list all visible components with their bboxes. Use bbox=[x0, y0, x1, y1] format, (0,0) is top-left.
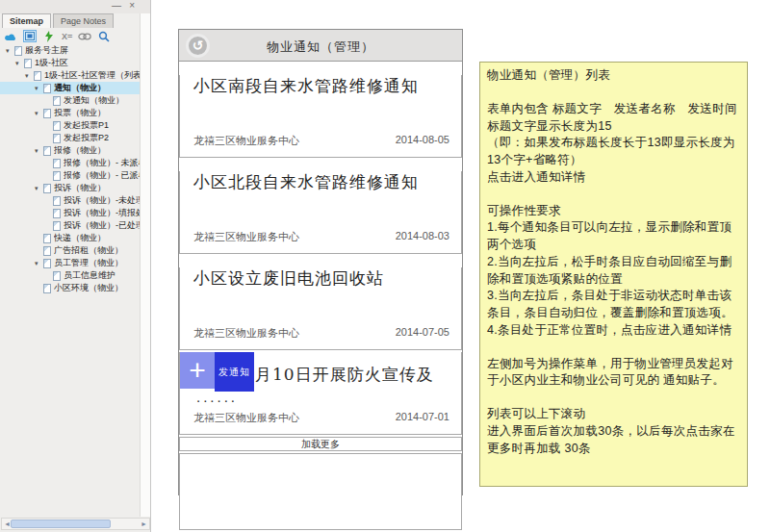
note-line: 进入界面后首次加载30条，以后每次点击家在更多时再加载 30条 bbox=[487, 423, 740, 458]
tree-item-label: 快递（物业） bbox=[54, 232, 106, 244]
tree-item[interactable]: 发通知（物业） bbox=[0, 94, 140, 107]
tree-item[interactable]: ▾员工管理（物业） bbox=[0, 257, 140, 269]
page-icon bbox=[53, 209, 61, 218]
tree-item-label: 投诉（物业） bbox=[54, 182, 106, 194]
tree-item-label: 服务号主屏 bbox=[25, 44, 68, 57]
tree-item-label: 发起投票P2 bbox=[64, 132, 109, 144]
tree-item[interactable]: 发起投票P2 bbox=[0, 132, 140, 144]
notice-date: 2014-08-03 bbox=[396, 230, 449, 244]
page-icon bbox=[34, 71, 41, 81]
tree-item-label: 1级-社区-社区管理（列表） bbox=[44, 69, 140, 82]
load-more-button[interactable]: 加载更多 bbox=[179, 437, 462, 451]
send-notice-button[interactable]: 发通知 bbox=[215, 352, 254, 392]
cloud-icon[interactable] bbox=[4, 30, 17, 42]
page-icon bbox=[53, 121, 61, 131]
panel-tabs: Sitemap Page Notes bbox=[2, 13, 114, 28]
tree-item[interactable]: 投诉（物业）-填报处理结果 bbox=[0, 207, 140, 219]
expand-arrow-icon[interactable]: ▾ bbox=[6, 44, 14, 57]
notice-sender: 龙禧三区物业服务中心 bbox=[193, 230, 299, 244]
empty-list-area bbox=[179, 453, 462, 530]
tab-page-notes[interactable]: Page Notes bbox=[53, 13, 114, 28]
add-notice-button[interactable]: + bbox=[180, 352, 215, 389]
page-icon bbox=[43, 109, 51, 118]
tree-item-label: 1级-社区 bbox=[35, 57, 68, 69]
notice-title: 小区北段自来水管路维修通知 bbox=[193, 171, 448, 193]
note-line: 标题文字显示长度为15 bbox=[487, 118, 740, 136]
page-icon bbox=[43, 246, 51, 256]
tree-item[interactable]: ▾服务号主屏 bbox=[0, 44, 140, 57]
tree-item[interactable]: ▾报修（物业） bbox=[0, 144, 140, 157]
expand-arrow-icon[interactable]: ▾ bbox=[35, 257, 43, 269]
sidebar-horizontal-scrollbar[interactable]: ◄ ► bbox=[1, 518, 150, 530]
sidebar-vertical-scrollbar[interactable] bbox=[140, 13, 150, 517]
tree-item-label: 员工管理（物业） bbox=[54, 257, 123, 269]
lightning-icon[interactable] bbox=[42, 30, 56, 42]
notice-item[interactable]: 小区南段自来水管路维修通知 龙禧三区物业服务中心 2014-08-05 bbox=[179, 75, 462, 158]
expand-arrow-icon[interactable]: ▾ bbox=[35, 182, 43, 194]
note-line: 点击进入通知详情 bbox=[487, 169, 740, 187]
panel-titlebar: — × bbox=[0, 0, 150, 13]
notice-list: 小区南段自来水管路维修通知 龙禧三区物业服务中心 2014-08-05 小区北段… bbox=[179, 62, 462, 494]
tree-item-label: 投票（物业） bbox=[54, 107, 106, 119]
notice-sender: 龙禧三区物业服务中心 bbox=[193, 411, 299, 425]
notice-title: 小区设立废旧电池回收站 bbox=[193, 267, 448, 290]
page-icon bbox=[43, 146, 51, 156]
tree-item[interactable]: 小区环境（物业） bbox=[0, 282, 140, 294]
tree-item-label: 通知（物业） bbox=[54, 82, 106, 94]
link-icon[interactable] bbox=[78, 30, 91, 42]
note-line: （即：如果发布标题长度长于13即显示长度为13个字+省略符） bbox=[487, 135, 740, 169]
expand-arrow-icon[interactable]: ▾ bbox=[35, 144, 43, 157]
note-line: 表单内包含 标题文字 发送者名称 发送时间 bbox=[487, 101, 740, 118]
tree-item[interactable]: 快递（物业） bbox=[0, 232, 140, 244]
page-icon bbox=[43, 259, 51, 268]
minimize-icon[interactable]: — bbox=[112, 0, 121, 12]
tree-item[interactable]: ▾通知（物业） bbox=[0, 82, 140, 94]
page-icon bbox=[43, 284, 51, 293]
tree-item[interactable]: 报修（物业）- 未派单 bbox=[0, 157, 140, 169]
tree-item[interactable]: ▾投票（物业） bbox=[0, 107, 140, 119]
tab-sitemap[interactable]: Sitemap bbox=[2, 13, 51, 28]
page-title: 物业通知（管理） bbox=[179, 38, 462, 56]
page-icon bbox=[53, 221, 61, 231]
tree-item-label: 投诉（物业）-填报处理结果 bbox=[64, 207, 140, 219]
tree-item[interactable]: 投诉（物业）-未处理 bbox=[0, 194, 140, 207]
notice-title: 小区南段自来水管路维修通知 bbox=[193, 75, 448, 97]
search-icon[interactable] bbox=[97, 30, 111, 42]
app-window: — × Sitemap Page Notes X= ▾服务 bbox=[0, 0, 770, 532]
tree-item[interactable]: 发起投票P1 bbox=[0, 119, 140, 132]
tree-item[interactable]: ▾1级-社区 bbox=[0, 57, 140, 69]
tree-item[interactable]: 投诉（物业）-已处理等待用 bbox=[0, 219, 140, 232]
notice-item[interactable]: 小区设立废旧电池回收站 龙禧三区物业服务中心 2014-07-05 bbox=[179, 267, 462, 350]
tree-item-label: 投诉（物业）-已处理等待用 bbox=[64, 219, 140, 232]
tree-item-label: 小区环境（物业） bbox=[54, 282, 123, 294]
notice-item[interactable]: 小区北段自来水管路维修通知 龙禧三区物业服务中心 2014-08-03 bbox=[179, 171, 462, 254]
tree-item[interactable]: ▾投诉（物业） bbox=[0, 182, 140, 194]
note-line bbox=[487, 85, 740, 101]
variables-icon[interactable]: X= bbox=[62, 32, 72, 41]
note-line bbox=[487, 187, 740, 203]
page-icon bbox=[53, 196, 61, 206]
scroll-right-icon[interactable]: ► bbox=[141, 519, 147, 529]
note-line: 4.条目处于正常位置时，点击应进入通知详情 bbox=[487, 322, 740, 340]
scrollbar-thumb[interactable] bbox=[11, 519, 111, 528]
tree-item-label: 员工信息维护 bbox=[64, 269, 116, 282]
sitemap-panel: — × Sitemap Page Notes X= ▾服务 bbox=[0, 0, 151, 532]
tree-item-label: 报修（物业）- 已派单 bbox=[64, 169, 140, 182]
expand-arrow-icon[interactable]: ▾ bbox=[35, 82, 43, 94]
page-icon bbox=[43, 234, 51, 243]
close-icon[interactable]: × bbox=[129, 0, 135, 12]
tree-item-label: 发通知（物业） bbox=[64, 94, 124, 107]
notice-date: 2014-08-05 bbox=[396, 134, 449, 148]
notice-sender: 龙禧三区物业服务中心 bbox=[193, 134, 299, 148]
expand-arrow-icon[interactable]: ▾ bbox=[15, 57, 24, 69]
tree-item[interactable]: 报修（物业）- 已派单 bbox=[0, 169, 140, 182]
tree-item[interactable]: 广告招租（物业） bbox=[0, 244, 140, 257]
tree-item[interactable]: ▾1级-社区-社区管理（列表） bbox=[0, 69, 140, 82]
expand-arrow-icon[interactable]: ▾ bbox=[25, 69, 34, 82]
expand-arrow-icon[interactable]: ▾ bbox=[35, 107, 43, 119]
tree-item[interactable]: 员工信息维护 bbox=[0, 269, 140, 282]
diagram-icon[interactable] bbox=[23, 30, 37, 42]
notice-item[interactable]: + 发通知 月10日开展防火宣传及 ...... 龙禧三区物业服务中心 2014… bbox=[179, 352, 462, 435]
sitemap-tree: ▾服务号主屏▾1级-社区▾1级-社区-社区管理（列表）▾通知（物业）发通知（物业… bbox=[0, 44, 140, 515]
scroll-left-icon[interactable]: ◄ bbox=[4, 519, 11, 529]
